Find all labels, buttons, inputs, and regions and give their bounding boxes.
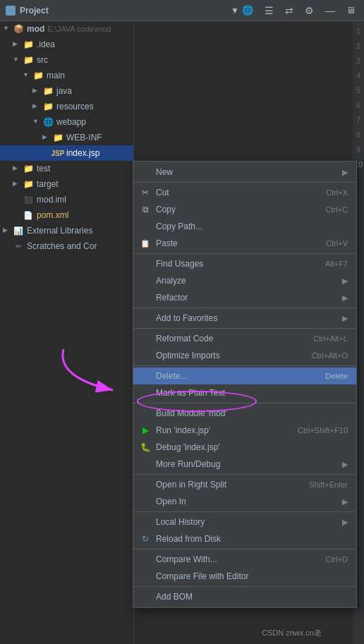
- tree-item-target[interactable]: target: [0, 176, 133, 192]
- submenu-arrow-analyze: ▶: [342, 277, 348, 286]
- menu-item-cut[interactable]: ✂ Cut Ctrl+X: [133, 184, 356, 201]
- menu-label-morerun: More Run/Debug: [156, 459, 342, 469]
- module-icon: 📦: [13, 23, 24, 35]
- menu-item-addtofav[interactable]: Add to Favorites ▶: [133, 310, 356, 327]
- tree-item-pomxml[interactable]: 📄 pom.xml: [0, 207, 133, 223]
- arrow-main: [23, 71, 31, 80]
- menu-item-copy[interactable]: ⧉ Copy Ctrl+C: [133, 201, 356, 218]
- menu-item-markasplain[interactable]: Mark as Plain Text: [133, 384, 356, 401]
- menu-item-refactor[interactable]: Refactor ▶: [133, 289, 356, 306]
- tree-item-webinf[interactable]: WEB-INF: [0, 130, 133, 145]
- tree-item-resources[interactable]: resources: [0, 99, 133, 114]
- tree-label-scratches: Scratches and Cor: [27, 241, 97, 251]
- folder-icon-webinf: [52, 132, 63, 143]
- menu-label-new: New: [156, 167, 342, 177]
- menu-item-comparewitheditor[interactable]: Compare File with Editor: [133, 568, 356, 585]
- menu-item-openright[interactable]: Open in Right Split Shift+Enter: [133, 476, 356, 493]
- tree-label-webinf: WEB-INF: [66, 133, 102, 142]
- menu-item-copypath[interactable]: Copy Path...: [133, 218, 356, 235]
- menu-item-openin[interactable]: Open In ▶: [133, 493, 356, 510]
- split-icon[interactable]: ⇄: [282, 4, 296, 18]
- menu-item-comparewith[interactable]: Compare With... Ctrl+D: [133, 551, 356, 568]
- tree-sublabel-mod: E:\JAVA code\mod: [47, 25, 111, 33]
- menu-item-morerun[interactable]: More Run/Debug ▶: [133, 456, 356, 473]
- submenu-arrow-addtofav: ▶: [342, 314, 348, 323]
- menu-item-buildmodule[interactable]: Build Module 'mod': [133, 405, 356, 422]
- line-1: 1: [356, 24, 360, 38]
- tree-item-main[interactable]: main: [0, 68, 133, 83]
- minimize-icon[interactable]: —: [322, 4, 338, 18]
- menu-label-reformat: Reformat Code: [156, 334, 299, 344]
- shortcut-cut: Ctrl+X: [326, 188, 348, 197]
- menu-item-delete[interactable]: Delete... Delete: [133, 367, 356, 384]
- ide-icon[interactable]: 🖥: [344, 4, 358, 18]
- menu-label-comparewith: Compare With...: [156, 554, 312, 564]
- submenu-arrow-localhistory: ▶: [342, 518, 348, 527]
- shortcut-copy: Ctrl+C: [326, 205, 348, 214]
- tree-item-src[interactable]: src: [0, 52, 133, 68]
- separator-8: [133, 511, 356, 512]
- tree-item-idea[interactable]: .idea: [0, 37, 133, 52]
- arrow-mod: [3, 25, 11, 33]
- tree-item-mod[interactable]: 📦 mod E:\JAVA code\mod: [0, 21, 133, 37]
- tree-item-scratches[interactable]: ✏ Scratches and Cor: [0, 238, 133, 254]
- arrow-src: [13, 56, 21, 64]
- shortcut-paste: Ctrl+V: [326, 239, 348, 248]
- tree-item-modiml[interactable]: ⬛ mod.iml: [0, 192, 133, 207]
- reload-icon: ↻: [139, 534, 152, 544]
- line-2: 2: [356, 39, 360, 53]
- tree-item-indexjsp[interactable]: JSP index.jsp: [0, 145, 133, 161]
- menu-item-paste[interactable]: 📋 Paste Ctrl+V: [133, 235, 356, 252]
- tree-item-webapp[interactable]: 🌐 webapp: [0, 114, 133, 130]
- debug-icon: 🐛: [139, 442, 152, 452]
- arrow-resources: [32, 102, 41, 111]
- submenu-arrow-openin: ▶: [342, 497, 348, 506]
- arrow-pomxml: [13, 211, 21, 219]
- menu-label-localhistory: Local History: [156, 517, 342, 527]
- menu-item-localhistory[interactable]: Local History ▶: [133, 514, 356, 530]
- tree-label-mod: mod: [27, 24, 44, 34]
- separator-9: [133, 549, 356, 549]
- earth-icon[interactable]: 🌐: [239, 4, 256, 18]
- menu-label-debug: Debug 'index.jsp': [156, 442, 348, 452]
- menu-item-reloadfromdisk[interactable]: ↻ Reload from Disk: [133, 530, 356, 547]
- context-menu: New ▶ ✂ Cut Ctrl+X ⧉ Copy Ctrl+C Copy Pa…: [133, 161, 357, 608]
- menu-item-findusages[interactable]: Find Usages Alt+F7: [133, 255, 356, 272]
- menu-item-analyze[interactable]: Analyze ▶: [133, 272, 356, 289]
- menu-label-refactor: Refactor: [156, 293, 342, 303]
- shortcut-findusages: Alt+F7: [325, 260, 348, 268]
- tree-item-java[interactable]: java: [0, 83, 133, 99]
- tree-item-extlibs[interactable]: 📊 External Libraries: [0, 223, 133, 238]
- iml-icon: ⬛: [23, 194, 34, 205]
- menu-item-reformat[interactable]: Reformat Code Ctrl+Alt+L: [133, 330, 356, 347]
- folder-icon-resources: [42, 101, 54, 112]
- run-icon: ▶: [139, 425, 152, 435]
- shortcut-optimize: Ctrl+Alt+O: [312, 351, 348, 360]
- list-icon[interactable]: ☰: [262, 4, 277, 18]
- menu-label-paste: Paste: [156, 238, 312, 248]
- submenu-arrow-refactor: ▶: [342, 293, 348, 303]
- menu-item-addbom[interactable]: Add BOM: [133, 588, 356, 605]
- paste-icon: 📋: [139, 239, 152, 248]
- menu-item-new[interactable]: New ▶: [133, 164, 356, 181]
- tree-label-resources: resources: [56, 102, 94, 111]
- cut-icon: ✂: [139, 188, 152, 198]
- menu-label-optimize: Optimize Imports: [156, 351, 298, 360]
- menu-item-optimize[interactable]: Optimize Imports Ctrl+Alt+O: [133, 347, 356, 364]
- menu-item-debug[interactable]: 🐛 Debug 'index.jsp': [133, 439, 356, 456]
- tree-item-test[interactable]: test: [0, 161, 133, 176]
- tree-label-main: main: [47, 71, 65, 80]
- line-4: 4: [356, 68, 360, 83]
- arrow-target: [13, 180, 21, 188]
- settings-icon[interactable]: ⚙: [302, 4, 317, 18]
- submenu-arrow-morerun: ▶: [342, 460, 348, 469]
- line-9: 9: [356, 142, 360, 157]
- menu-item-run[interactable]: ▶ Run 'index.jsp' Ctrl+Shift+F10: [133, 422, 356, 439]
- menu-label-openin: Open In: [156, 497, 342, 506]
- dropdown-arrow[interactable]: ▼: [231, 6, 239, 16]
- title-bar-label: Project: [20, 6, 229, 16]
- folder-icon-target: [23, 178, 34, 190]
- separator-3: [133, 308, 356, 308]
- tree-label-java: java: [56, 86, 72, 96]
- separator-2: [133, 253, 356, 254]
